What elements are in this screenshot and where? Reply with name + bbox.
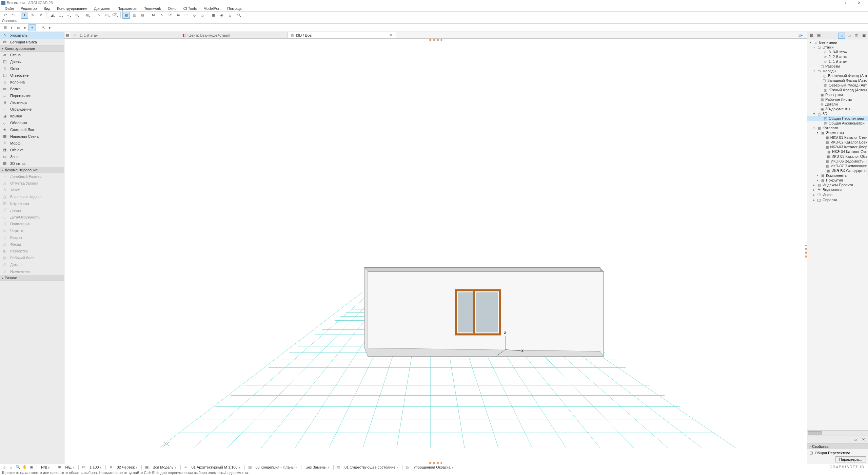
- scroll-thumb[interactable]: [808, 431, 822, 435]
- splitter-top[interactable]: [429, 39, 442, 41]
- navigator-hscroll[interactable]: [807, 430, 868, 436]
- brand-label[interactable]: GRAPHISOFT ID: [829, 465, 867, 469]
- viewport-3d[interactable]: z x: [64, 39, 807, 464]
- ib-4[interactable]: ▸: [23, 24, 28, 31]
- nav-new-button[interactable]: ▭: [852, 437, 859, 443]
- qb-model-icon[interactable]: ▦: [144, 465, 150, 469]
- tab-nav-right[interactable]: ◫▸: [793, 32, 807, 38]
- qb-pan-icon[interactable]: ⊕: [56, 465, 62, 469]
- qb-hand-icon[interactable]: ✋: [22, 465, 28, 469]
- qb-state-icon[interactable]: ◷: [336, 465, 342, 469]
- section-document[interactable]: Документирование: [0, 167, 64, 173]
- tool-curtainwall[interactable]: ▦Навесная Стена: [0, 133, 64, 140]
- qb-coord2[interactable]: Н/Д: [63, 465, 76, 469]
- ib-6[interactable]: ▸: [48, 24, 53, 31]
- ruler-button[interactable]: ↘: [95, 12, 102, 19]
- tab-close[interactable]: ✕: [389, 33, 392, 37]
- tab-floorplan[interactable]: ▱ [1. 1-й этаж]: [71, 32, 179, 38]
- del-button[interactable]: ⌫▾: [111, 12, 119, 19]
- mode-a[interactable]: ▦: [122, 12, 130, 19]
- nav-tab-view[interactable]: ▭: [846, 33, 852, 39]
- qb-layer[interactable]: 02 Чертеж: [115, 465, 139, 469]
- tool-shell[interactable]: ◡Оболочка: [0, 119, 64, 126]
- section-design[interactable]: Конструирование: [0, 45, 64, 52]
- nav-icon-2[interactable]: ▤: [815, 33, 822, 39]
- menu-citools[interactable]: CI Tools: [180, 6, 200, 11]
- qb-render-icon[interactable]: ◳: [405, 465, 411, 469]
- nav-tab-publisher[interactable]: ▣: [861, 33, 867, 39]
- ib-5[interactable]: ⌖: [28, 24, 36, 31]
- close-button[interactable]: ✕: [852, 0, 867, 5]
- qb-replace[interactable]: Без Замены: [303, 465, 331, 469]
- nav-del-button[interactable]: ✕: [860, 437, 867, 443]
- qb-ortho-icon[interactable]: ▣: [28, 465, 35, 469]
- mirror-button[interactable]: ⇋: [174, 12, 182, 19]
- qb-scale[interactable]: 1:100: [87, 465, 104, 469]
- arc-button[interactable]: ◠: [182, 12, 190, 19]
- tool-worksheet[interactable]: ▤Рабочий Лист: [0, 254, 64, 261]
- tool-arc[interactable]: ◡Дуга/Окружность: [0, 214, 64, 221]
- grid-button[interactable]: ⊞▾: [84, 12, 91, 19]
- refresh-button[interactable]: ⟲▾: [234, 12, 242, 19]
- splitter-bottom[interactable]: [429, 462, 442, 464]
- qb-home-icon[interactable]: ⌂: [1, 465, 7, 469]
- redo-button[interactable]: ↷: [9, 12, 17, 19]
- tool-elevation[interactable]: △Фасад: [0, 241, 64, 248]
- navigator-tree[interactable]: ▾⌂Без имени ▾🗀Этажи ▱3. 3-й этаж ▱2. 2-й…: [807, 39, 868, 430]
- tool-beam[interactable]: ▭Балка: [0, 86, 64, 92]
- tool-detail[interactable]: ◎Деталь: [0, 261, 64, 268]
- tool-dimension[interactable]: ↔Линейный Размер: [0, 173, 64, 180]
- tool-change[interactable]: △Изменение: [0, 268, 64, 275]
- tab-nav-grid[interactable]: ▦: [64, 32, 71, 38]
- qb-concept-icon[interactable]: ▥: [247, 465, 253, 469]
- tool-opening[interactable]: ▢Отверстие: [0, 72, 64, 79]
- qb-state[interactable]: 01 Существующее состояние: [342, 465, 400, 469]
- ib-3[interactable]: ▭: [15, 24, 22, 31]
- home-button[interactable]: ⌂: [199, 12, 206, 19]
- ib-2[interactable]: ▸: [9, 24, 14, 31]
- menu-document[interactable]: Документ: [91, 6, 114, 11]
- offset-button[interactable]: ▭▾: [73, 12, 80, 19]
- tool-mesh[interactable]: ▩3D-сетка: [0, 160, 64, 167]
- menu-file[interactable]: Файл: [1, 6, 17, 11]
- tool-fill[interactable]: ▨Штриховка: [0, 200, 64, 207]
- properties-header[interactable]: Свойства: [807, 443, 868, 449]
- tool-slab[interactable]: ▱Перекрытие: [0, 92, 64, 99]
- properties-button[interactable]: Параметры...: [835, 456, 866, 462]
- tool-wall[interactable]: ▱Стена: [0, 52, 64, 58]
- house-button[interactable]: ⌂: [226, 12, 234, 19]
- qb-sun-icon[interactable]: ☼: [8, 465, 14, 469]
- section-more[interactable]: Разное: [0, 275, 64, 281]
- menu-window[interactable]: Окно: [164, 6, 180, 11]
- dropper-button[interactable]: ✎: [29, 12, 36, 19]
- tab-interaction[interactable]: ◧ [Центр Взаимодействия]: [179, 32, 288, 38]
- tool-polyline[interactable]: ⎍Полилиния: [0, 221, 64, 227]
- nav-tab-project[interactable]: ⌂: [838, 33, 845, 39]
- tool-pointer[interactable]: ↖Указатель: [0, 32, 64, 39]
- ib-arrow[interactable]: ↖: [40, 24, 47, 31]
- menu-help[interactable]: Помощь: [224, 6, 245, 11]
- qb-concept[interactable]: 03 Концепция - Планы: [254, 465, 299, 469]
- rotate-button[interactable]: ⟳: [166, 12, 174, 19]
- tool-door[interactable]: ◫Дверь: [0, 58, 64, 65]
- tool-level[interactable]: ◬Отметка Уровня: [0, 180, 64, 187]
- tool-column[interactable]: ▯Колонна: [0, 79, 64, 86]
- tab-3d[interactable]: ◳ [3D / Все] ✕: [288, 32, 396, 38]
- tool-text[interactable]: AТекст: [0, 187, 64, 193]
- align-button[interactable]: ⎓▾: [64, 12, 72, 19]
- tool-interior[interactable]: ◧Развертка: [0, 248, 64, 254]
- doc-button[interactable]: ▭▾: [103, 12, 111, 19]
- snap-button[interactable]: ⟂▾: [56, 12, 64, 19]
- tool-skylight[interactable]: ◈Световой Люк: [0, 126, 64, 133]
- tool-railing[interactable]: ⫞Ограждение: [0, 106, 64, 113]
- tool-marquee[interactable]: ▭Бегущая Рамка: [0, 39, 64, 45]
- tool-zone[interactable]: ▭Зона: [0, 153, 64, 160]
- inject-button[interactable]: ✐: [37, 12, 44, 19]
- ib-1[interactable]: ⊟: [1, 24, 9, 31]
- tool-window[interactable]: ▯Окно: [0, 65, 64, 72]
- adjust-button[interactable]: ⎊: [191, 12, 198, 19]
- menu-teamwork[interactable]: Teamwork: [141, 6, 164, 11]
- nav-tab-layout[interactable]: ◫: [853, 33, 860, 39]
- qb-scale-icon[interactable]: ▭: [81, 465, 87, 469]
- qb-coord1[interactable]: Н/Д: [39, 465, 52, 469]
